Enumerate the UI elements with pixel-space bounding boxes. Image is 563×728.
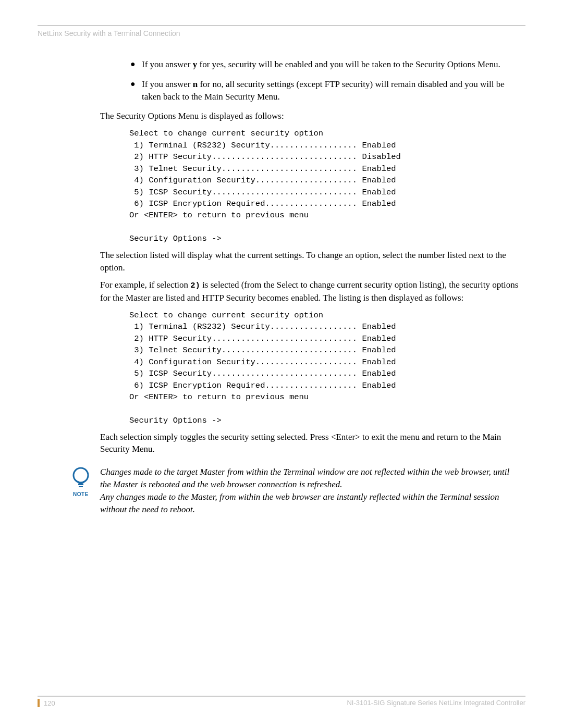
para-toggle-explain: Each selection simply toggles the securi… — [100, 431, 520, 456]
note-text: Changes made to the target Master from w… — [100, 466, 520, 515]
note-icon-wrap: NOTE — [62, 466, 100, 498]
bullet-key: y — [193, 59, 198, 69]
note-line2: Any changes made to the Master, from wit… — [100, 491, 520, 516]
bullet-text: If you answer n for no, all security set… — [142, 78, 520, 103]
footer-doc-title: NI-3101-SIG Signature Series NetLinx Int… — [347, 699, 525, 707]
note-line1: Changes made to the target Master from w… — [100, 466, 520, 491]
security-options-menu-2: Select to change current security option… — [129, 310, 520, 427]
para-example-prefix: For example, if selection — [100, 280, 190, 290]
para-selection-explain: The selection listed will display what t… — [100, 249, 520, 274]
bullet-prefix: If you answer — [142, 59, 193, 69]
bullet-item: ● If you answer n for no, all security s… — [100, 78, 520, 103]
svg-point-0 — [74, 468, 88, 483]
footer-accent-bar — [38, 699, 40, 707]
para-example: For example, if selection 2) is selected… — [100, 279, 520, 304]
para-example-code: 2) — [190, 281, 200, 290]
header-rule — [38, 25, 525, 26]
security-options-menu-1: Select to change current security option… — [129, 128, 520, 245]
note-label: NOTE — [62, 491, 100, 498]
footer-page-number: 120 — [44, 699, 55, 707]
bullet-prefix: If you answer — [142, 79, 193, 89]
bullet-list: ● If you answer y for yes, security will… — [100, 58, 520, 103]
bullet-suffix: for yes, security will be enabled and yo… — [197, 59, 500, 69]
footer-row: 120 NI-3101-SIG Signature Series NetLinx… — [38, 699, 525, 707]
footer-page: 120 — [38, 699, 55, 707]
bullet-dot-icon: ● — [130, 58, 142, 71]
para-intro-menu: The Security Options Menu is displayed a… — [100, 110, 520, 122]
lightbulb-icon — [70, 466, 91, 490]
body-content: ● If you answer y for yes, security will… — [100, 58, 520, 515]
bullet-item: ● If you answer y for yes, security will… — [100, 58, 520, 71]
bullet-key: n — [193, 79, 198, 89]
bullet-text: If you answer y for yes, security will b… — [142, 58, 520, 71]
footer-rule — [38, 696, 525, 697]
header-title: NetLinx Security with a Terminal Connect… — [38, 29, 525, 38]
bullet-dot-icon: ● — [130, 78, 142, 103]
note-block: NOTE Changes made to the target Master f… — [62, 466, 520, 515]
page: NetLinx Security with a Terminal Connect… — [0, 0, 563, 728]
footer: 120 NI-3101-SIG Signature Series NetLinx… — [38, 696, 525, 707]
